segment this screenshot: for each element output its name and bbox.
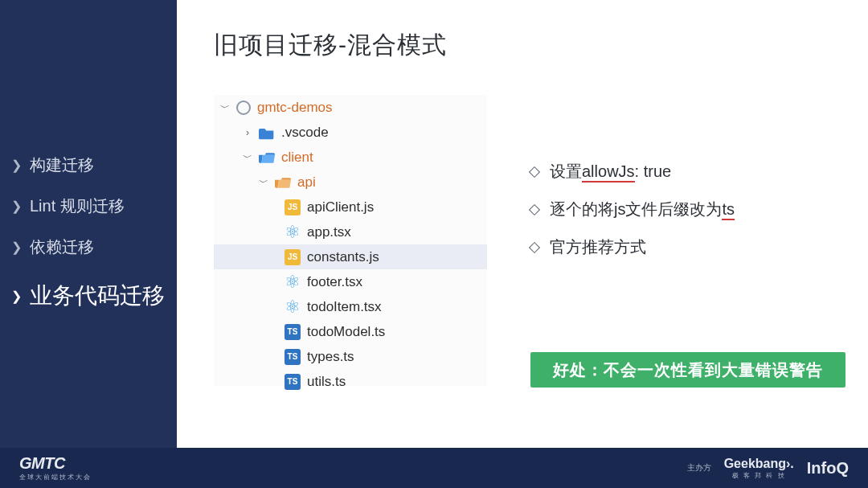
folder-icon [259,125,275,141]
react-file-icon: ⚛ [285,298,301,316]
file-name: footer.tsx [307,275,362,289]
slide: ❯ 构建迁移 ❯ Lint 规则迁移 ❯ 依赖迁移 ❯ 业务代码迁移 旧项目迁移… [0,0,868,488]
sidebar-item-deps[interactable]: ❯ 依赖迁移 [0,227,177,268]
circle-icon [236,100,251,115]
file-name: apiClient.js [307,200,374,214]
react-file-icon: ⚛ [285,223,301,241]
sidebar-item-lint[interactable]: ❯ Lint 规则迁移 [0,186,177,227]
file-name: todoItem.tsx [307,300,382,314]
chevron-down-icon: ﹀ [259,178,268,187]
logo-subtitle: 全球大前端技术大会 [19,473,92,482]
sidebar-item-build[interactable]: ❯ 构建迁移 [0,145,177,186]
footer-right: 主办方 Geekbang›. 极 客 邦 科 技 InfoQ [687,457,849,480]
folder-name: client [281,150,313,164]
js-file-icon: JS [285,199,301,215]
footer-geekbang: Geekbang›. 极 客 邦 科 技 [724,457,794,480]
ts-file-icon: TS [285,324,301,340]
chevron-right-icon: ❯ [11,240,22,255]
file-name: utils.ts [307,375,346,388]
sidebar-item-label: 依赖迁移 [30,236,94,258]
tree-row-file[interactable]: JS apiClient.js [214,195,487,219]
ts-file-icon: TS [285,349,301,365]
file-tree: ﹀ gmtc-demos › .vscode ﹀ client ﹀ [214,95,487,386]
tree-row-root[interactable]: ﹀ gmtc-demos [214,95,487,120]
tree-row-file[interactable]: TS utils.ts [214,369,487,394]
folder-name: gmtc-demos [257,100,333,114]
sidebar: ❯ 构建迁移 ❯ Lint 规则迁移 ❯ 依赖迁移 ❯ 业务代码迁移 [0,0,177,488]
footer-host-label: 主办方 [687,462,711,474]
file-name: types.ts [307,350,354,363]
footer-logo: GMTC 全球大前端技术大会 [19,454,92,482]
bullet-text: 设置allowJs: true [550,161,671,182]
sidebar-item-label: 业务代码迁移 [30,281,165,311]
footer-infoq: InfoQ [807,459,849,478]
open-folder-icon [275,174,291,191]
js-file-icon: JS [285,249,301,265]
logo-text: GMTC [19,454,65,472]
sidebar-item-label: 构建迁移 [30,154,94,176]
react-file-icon: ⚛ [285,273,301,291]
tree-row-api[interactable]: ﹀ api [214,170,487,195]
footer: GMTC 全球大前端技术大会 主办方 Geekbang›. 极 客 邦 科 技 … [0,448,868,488]
folder-name: api [297,175,316,189]
tree-row-vscode[interactable]: › .vscode [214,120,487,145]
bullet-list: 设置allowJs: true 逐个的将js文件后缀改为ts 官方推荐方式 [530,161,836,274]
page-title: 旧项目迁移-混合模式 [214,29,447,62]
bullet-item: 逐个的将js文件后缀改为ts [530,199,836,220]
open-folder-icon [259,150,275,166]
diamond-icon [529,241,540,252]
bullet-item: 官方推荐方式 [530,236,836,258]
folder-name: .vscode [281,125,329,139]
diamond-icon [529,203,540,215]
sidebar-item-business-code[interactable]: ❯ 业务代码迁移 [0,268,177,324]
chevron-down-icon: ﹀ [220,103,230,113]
sidebar-item-label: Lint 规则迁移 [30,195,125,217]
chevron-right-icon: › [243,128,252,137]
chevron-right-icon: ❯ [11,158,22,173]
file-name: app.tsx [307,225,351,239]
chevron-right-icon: ❯ [11,199,22,214]
ts-file-icon: TS [285,374,301,390]
tree-row-client[interactable]: ﹀ client [214,145,487,170]
tree-row-file[interactable]: TS todoModel.ts [214,319,487,344]
bullet-text: 逐个的将js文件后缀改为ts [550,199,735,220]
file-name: todoModel.ts [307,325,385,338]
bullet-text: 官方推荐方式 [550,236,646,258]
tree-row-file[interactable]: ⚛ footer.tsx [214,269,487,294]
benefit-banner: 好处：不会一次性看到大量错误警告 [530,352,845,388]
chevron-down-icon: ﹀ [243,153,252,162]
file-name: constants.js [307,250,379,264]
tree-row-file[interactable]: TS types.ts [214,344,487,369]
tree-row-file[interactable]: ⚛ todoItem.tsx [214,294,487,319]
tree-row-file-selected[interactable]: JS constants.js [214,244,487,269]
diamond-icon [529,166,540,177]
bullet-item: 设置allowJs: true [530,161,836,182]
tree-row-file[interactable]: ⚛ app.tsx [214,219,487,244]
chevron-right-icon: ❯ [11,289,22,304]
